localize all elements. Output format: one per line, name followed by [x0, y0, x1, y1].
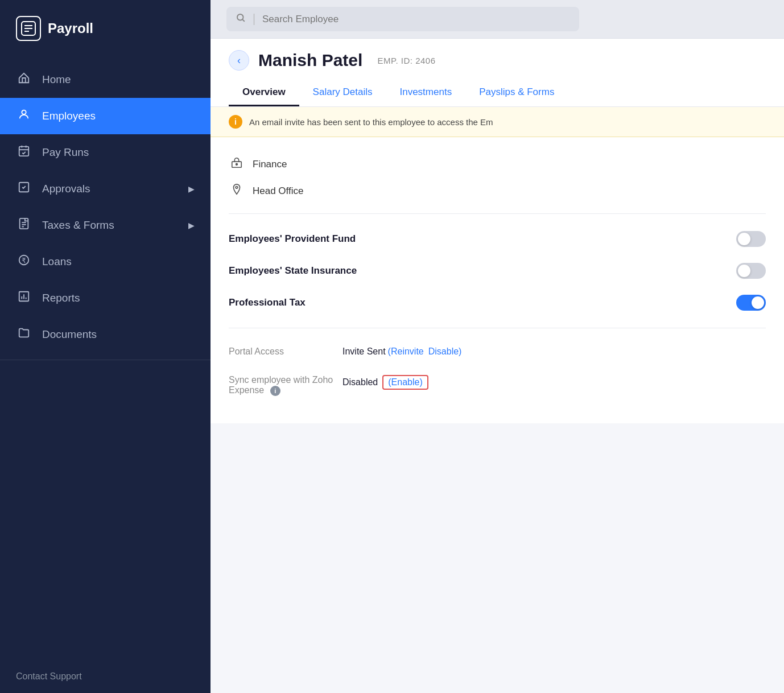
overview-card: Finance Head Office Employees' Provident… — [211, 137, 784, 423]
sidebar-item-reports[interactable]: Reports — [0, 280, 211, 316]
content-area: Finance Head Office Employees' Provident… — [211, 137, 784, 693]
department-row: Finance — [229, 151, 766, 178]
state-insurance-row: Employees' State Insurance — [229, 255, 766, 287]
sync-row: Sync employee with Zoho Expense i Disabl… — [229, 366, 766, 405]
svg-point-24 — [236, 187, 238, 189]
loans-icon: ₹ — [16, 254, 32, 270]
search-icon — [236, 13, 246, 26]
svg-line-21 — [242, 19, 244, 21]
pay-runs-icon — [16, 145, 32, 160]
department-value: Finance — [253, 159, 287, 170]
sync-status: Disabled — [343, 377, 378, 387]
search-bar — [211, 0, 784, 39]
professional-tax-row: Professional Tax — [229, 287, 766, 319]
provident-fund-knob — [738, 233, 750, 245]
employee-header: ‹ Manish Patel EMP. ID: 2406 Overview Sa… — [211, 39, 784, 107]
disable-link[interactable]: Disable) — [428, 346, 462, 357]
svg-point-20 — [237, 14, 244, 20]
location-row: Head Office — [229, 178, 766, 204]
enable-button[interactable]: (Enable) — [382, 375, 428, 390]
location-icon — [229, 183, 245, 199]
sidebar-item-label-approvals: Approvals — [42, 183, 90, 195]
sidebar-item-label-employees: Employees — [42, 110, 96, 122]
sync-label: Sync employee with Zoho Expense — [229, 375, 333, 395]
department-icon — [229, 156, 245, 172]
tab-payslips-forms[interactable]: Payslips & Forms — [465, 80, 568, 106]
provident-fund-label: Employees' Provident Fund — [229, 233, 356, 245]
sidebar: Payroll Home Employees Pay Runs — [0, 0, 211, 693]
taxes-arrow-icon: ▶ — [188, 221, 195, 230]
approvals-arrow-icon: ▶ — [188, 184, 195, 193]
sidebar-item-label-documents: Documents — [42, 328, 97, 341]
sidebar-item-employees[interactable]: Employees — [0, 98, 211, 134]
sidebar-item-label-home: Home — [42, 73, 71, 86]
provident-fund-toggle[interactable] — [736, 231, 766, 247]
contact-support[interactable]: Contact Support — [0, 660, 211, 693]
divider-2 — [229, 328, 766, 328]
sidebar-item-pay-runs[interactable]: Pay Runs — [0, 134, 211, 171]
tab-investments[interactable]: Investments — [386, 80, 465, 106]
employee-title-row: ‹ Manish Patel EMP. ID: 2406 — [229, 50, 766, 71]
sync-info-icon[interactable]: i — [270, 386, 280, 396]
provident-fund-row: Employees' Provident Fund — [229, 223, 766, 255]
sidebar-item-loans[interactable]: ₹ Loans — [0, 244, 211, 280]
employee-id: EMP. ID: 2406 — [377, 56, 435, 65]
professional-tax-label: Professional Tax — [229, 297, 306, 308]
back-button[interactable]: ‹ — [229, 50, 249, 71]
portal-access-value: Invite Sent (Reinvite Disable) — [343, 346, 461, 357]
svg-text:₹: ₹ — [22, 257, 26, 265]
sidebar-divider — [0, 360, 211, 360]
sidebar-item-label-taxes: Taxes & Forms — [42, 219, 114, 232]
state-insurance-label: Employees' State Insurance — [229, 265, 357, 277]
tab-salary-details[interactable]: Salary Details — [299, 80, 386, 106]
sidebar-item-label-pay-runs: Pay Runs — [42, 146, 89, 159]
divider-1 — [229, 213, 766, 214]
sidebar-item-documents[interactable]: Documents — [0, 316, 211, 353]
svg-point-4 — [22, 110, 26, 114]
employee-name: Manish Patel — [258, 51, 362, 70]
portal-access-row: Portal Access Invite Sent (Reinvite Disa… — [229, 337, 766, 366]
nav-menu: Home Employees Pay Runs Approvals ▶ — [0, 57, 211, 660]
sync-label-wrap: Sync employee with Zoho Expense i — [229, 375, 343, 396]
state-insurance-toggle[interactable] — [736, 263, 766, 279]
notification-message: An email invite has been sent to this em… — [249, 117, 493, 127]
reports-icon — [16, 290, 32, 306]
state-insurance-knob — [738, 265, 750, 277]
sidebar-item-home[interactable]: Home — [0, 61, 211, 98]
portal-access-label: Portal Access — [229, 346, 343, 357]
sidebar-item-taxes-forms[interactable]: Taxes & Forms ▶ — [0, 207, 211, 244]
sidebar-item-label-reports: Reports — [42, 292, 80, 304]
search-input[interactable] — [262, 14, 570, 25]
professional-tax-knob — [752, 296, 764, 309]
approvals-icon — [16, 181, 32, 197]
taxes-icon — [16, 217, 32, 233]
professional-tax-toggle[interactable] — [736, 295, 766, 311]
sidebar-item-approvals[interactable]: Approvals ▶ — [0, 171, 211, 207]
sidebar-item-label-loans: Loans — [42, 255, 72, 268]
search-input-wrap — [226, 7, 579, 31]
employees-icon — [16, 108, 32, 124]
info-icon: i — [229, 115, 242, 129]
main-content: ‹ Manish Patel EMP. ID: 2406 Overview Sa… — [211, 0, 784, 693]
tabs: Overview Salary Details Investments Pays… — [229, 80, 766, 106]
notification-banner: i An email invite has been sent to this … — [211, 107, 784, 137]
tab-overview[interactable]: Overview — [229, 80, 299, 106]
logo-icon — [16, 16, 41, 41]
location-value: Head Office — [253, 185, 303, 197]
reinvite-link[interactable]: (Reinvite — [388, 346, 424, 357]
home-icon — [16, 72, 32, 88]
app-title: Payroll — [48, 20, 93, 36]
search-divider — [254, 14, 254, 25]
app-logo: Payroll — [0, 0, 211, 57]
svg-rect-5 — [19, 147, 29, 156]
documents-icon — [16, 327, 32, 343]
sync-value: Disabled (Enable) — [343, 375, 428, 390]
svg-point-23 — [236, 163, 238, 165]
portal-status: Invite Sent — [343, 346, 386, 357]
